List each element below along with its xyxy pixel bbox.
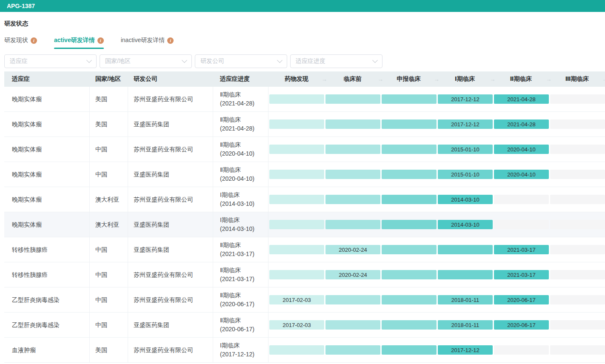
table-row[interactable]: 晚期实体瘤 中国 亚盛医药集团 Ⅱ期临床 (2020-04-10) 2015-0… xyxy=(4,162,605,187)
stage-bar xyxy=(382,345,437,355)
stage-bar xyxy=(382,295,437,304)
tab-2[interactable]: inactive研发详情 i xyxy=(121,37,174,49)
cell-indication: 晚期实体瘤 xyxy=(4,187,90,212)
filter-select-3[interactable]: 适应症进度 xyxy=(290,54,382,68)
stage-bar: 2020-02-24 xyxy=(325,245,380,254)
stage-bar: 2017-12-12 xyxy=(438,345,493,355)
table-row[interactable]: 晚期实体瘤 美国 苏州亚盛药业有限公司 Ⅱ期临床 (2021-04-28) 20… xyxy=(4,87,605,112)
cell-region: 澳大利亚 xyxy=(90,187,128,212)
table-row[interactable]: 转移性胰腺癌 中国 亚盛医药集团 Ⅱ期临床 (2021-03-17) 2020-… xyxy=(4,237,605,262)
stage-timeline: 2015-01-102020-04-10 xyxy=(268,137,605,162)
stage-bar xyxy=(325,145,380,154)
stage-bar: 2018-01-11 xyxy=(438,295,493,304)
stage-column-header-0: 药物发现 → xyxy=(268,75,325,83)
stage-bar xyxy=(325,320,380,330)
stage-timeline: 2017-12-122021-04-28 xyxy=(268,112,605,136)
stage-bar xyxy=(269,145,324,154)
progress-date: (2017-12-12) xyxy=(220,350,268,359)
progress-date: (2014-03-10) xyxy=(220,225,268,233)
cell-progress: Ⅱ期临床 (2020-04-10) xyxy=(213,162,268,187)
stage-column-header-2: 申报临床 → xyxy=(381,75,437,83)
stage-timeline: 2020-02-242021-03-17 xyxy=(268,237,605,262)
development-detail-table: 适应症国家/地区研发公司适应症进度 药物发现 → 临床前 → 申报临床 → Ⅰ期… xyxy=(4,71,605,363)
stage-timeline: 2017-12-12 xyxy=(268,338,605,362)
info-icon[interactable]: i xyxy=(167,37,174,44)
info-icon[interactable]: i xyxy=(97,37,104,44)
table-row[interactable]: 晚期实体瘤 中国 苏州亚盛药业有限公司 Ⅱ期临床 (2020-04-10) 20… xyxy=(4,137,605,162)
stage-bar: 2020-06-17 xyxy=(494,295,549,304)
stage-bar: 2015-01-10 xyxy=(438,145,493,154)
tab-1[interactable]: active研发详情 i xyxy=(54,37,104,49)
progress-stage: Ⅰ期临床 xyxy=(220,341,268,350)
table-row[interactable]: 转移性胰腺癌 中国 苏州亚盛药业有限公司 Ⅱ期临床 (2021-03-17) 2… xyxy=(4,262,605,287)
table-row[interactable]: 晚期实体瘤 澳大利亚 亚盛医药集团 Ⅰ期临床 (2014-03-10) 2014… xyxy=(4,212,605,237)
select-placeholder: 国家/地区 xyxy=(105,57,131,65)
stage-bar xyxy=(269,170,324,179)
filter-select-0[interactable]: 适应症 xyxy=(4,54,97,68)
stage-bar xyxy=(438,245,493,254)
section-title: 研发状态 xyxy=(0,12,605,28)
cell-region: 中国 xyxy=(90,137,128,162)
stage-bar: 2014-03-10 xyxy=(438,195,493,204)
cell-progress: Ⅱ期临床 (2021-03-17) xyxy=(213,237,268,262)
info-icon[interactable]: i xyxy=(31,37,37,44)
cell-company: 苏州亚盛药业有限公司 xyxy=(128,338,213,362)
stage-bar: 2021-04-28 xyxy=(494,94,549,104)
stage-bar xyxy=(382,245,437,254)
cell-progress: Ⅱ期临床 (2021-03-17) xyxy=(213,262,268,287)
table-row[interactable]: 晚期实体瘤 澳大利亚 苏州亚盛药业有限公司 Ⅰ期临床 (2014-03-10) … xyxy=(4,187,605,212)
stage-bar xyxy=(382,119,437,129)
cell-company: 亚盛医药集团 xyxy=(128,237,213,262)
stage-bar xyxy=(382,195,437,204)
stage-bar-empty xyxy=(550,195,605,204)
stage-bar: 2018-01-11 xyxy=(438,320,493,330)
progress-stage: Ⅱ期临床 xyxy=(220,115,268,124)
stage-bar xyxy=(382,320,437,330)
cell-company: 亚盛医药集团 xyxy=(128,212,213,237)
cell-region: 中国 xyxy=(90,313,128,337)
table-row[interactable]: 晚期实体瘤 美国 亚盛医药集团 Ⅱ期临床 (2021-04-28) 2017-1… xyxy=(4,112,605,137)
chevron-down-icon xyxy=(86,57,92,63)
progress-date: (2021-03-17) xyxy=(220,275,268,284)
stage-bar-empty xyxy=(550,220,605,229)
stage-bar xyxy=(325,119,380,129)
table-row[interactable]: 乙型肝炎病毒感染 中国 苏州亚盛药业有限公司 Ⅱ期临床 (2020-06-17)… xyxy=(4,287,605,313)
cell-company: 苏州亚盛药业有限公司 xyxy=(128,287,213,312)
chevron-down-icon xyxy=(372,57,378,63)
table-row[interactable]: 乙型肝炎病毒感染 中国 亚盛医药集团 Ⅱ期临床 (2020-06-17) 201… xyxy=(4,313,605,338)
select-placeholder: 适应症进度 xyxy=(296,57,325,65)
cell-region: 美国 xyxy=(90,87,128,111)
cell-indication: 晚期实体瘤 xyxy=(4,87,90,111)
cell-region: 澳大利亚 xyxy=(90,212,128,237)
stage-bar-empty xyxy=(550,145,605,154)
stage-timeline: 2017-02-032018-01-112020-06-17 xyxy=(268,313,605,337)
cell-indication: 晚期实体瘤 xyxy=(4,162,90,187)
cell-progress: Ⅱ期临床 (2020-06-17) xyxy=(213,313,268,337)
filter-select-1[interactable]: 国家/地区 xyxy=(100,54,192,68)
stage-bar-empty xyxy=(550,170,605,179)
stage-bar xyxy=(269,94,324,104)
table-header-row: 适应症国家/地区研发公司适应症进度 药物发现 → 临床前 → 申报临床 → Ⅰ期… xyxy=(4,71,605,87)
table-row[interactable]: 血液肿瘤 美国 苏州亚盛药业有限公司 Ⅰ期临床 (2017-12-12) 201… xyxy=(4,338,605,363)
filter-select-2[interactable]: 研发公司 xyxy=(195,54,287,68)
cell-company: 亚盛医药集团 xyxy=(128,313,213,337)
stage-timeline: 2014-03-10 xyxy=(268,212,605,237)
stage-bar xyxy=(325,345,380,355)
stage-column-header-3: Ⅰ期临床 → xyxy=(437,75,493,83)
stage-bar xyxy=(325,295,380,304)
cell-progress: Ⅱ期临床 (2020-04-10) xyxy=(213,137,268,162)
stage-bar-empty xyxy=(550,94,605,104)
stage-column-label: Ⅱ期临床 xyxy=(510,75,532,83)
arrow-right-icon: → xyxy=(602,76,605,82)
progress-stage: Ⅱ期临床 xyxy=(220,266,268,275)
tab-0[interactable]: 研发现状 i xyxy=(4,37,37,49)
progress-stage: Ⅰ期临床 xyxy=(220,191,268,199)
stage-bar-empty xyxy=(494,345,549,355)
progress-date: (2014-03-10) xyxy=(220,199,268,208)
stage-bar: 2021-03-17 xyxy=(494,245,549,254)
cell-progress: Ⅱ期临床 (2020-06-17) xyxy=(213,287,268,312)
progress-stage: Ⅱ期临床 xyxy=(220,90,268,99)
stage-bar xyxy=(382,170,437,179)
cell-region: 美国 xyxy=(90,338,128,362)
stage-bar xyxy=(382,220,437,229)
